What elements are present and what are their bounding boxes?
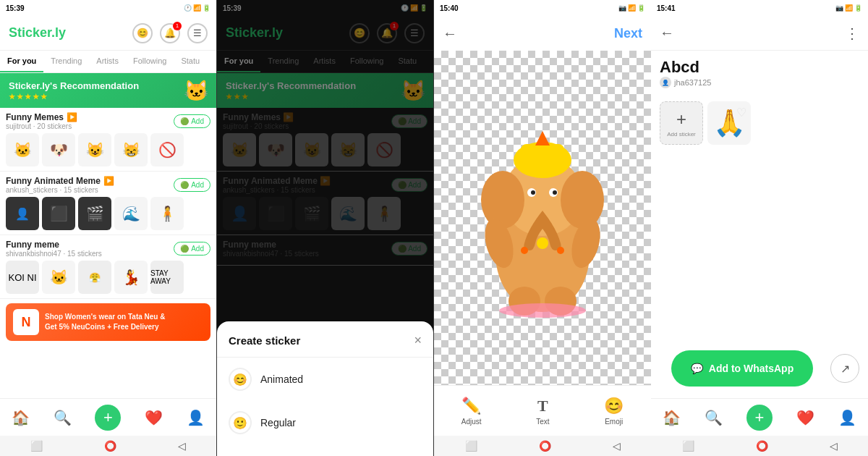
android-square-4[interactable]: ⬜ bbox=[682, 440, 694, 452]
tab-trending-1[interactable]: Trending bbox=[43, 51, 89, 72]
section-funny-meme-1: Funny meme shivankbishnoi47 · 15 sticker… bbox=[0, 235, 216, 299]
modal-header: Create sticker × bbox=[217, 333, 433, 358]
notification-badge: 1 bbox=[173, 22, 182, 30]
sticker-2-5[interactable]: 🧍 bbox=[150, 197, 184, 230]
ad-logo-1: N bbox=[13, 309, 39, 335]
panel-3: 15:40 📷 📶 🔋 ← Next bbox=[434, 0, 651, 456]
android-circle-3[interactable]: ⭕ bbox=[539, 440, 551, 452]
pack-info: Abcd 👤 jha637125 bbox=[651, 51, 868, 96]
nav-profile-4[interactable]: 👤 bbox=[838, 409, 856, 426]
adjust-label: Adjust bbox=[461, 418, 482, 426]
editor-header: ← Next bbox=[434, 16, 651, 51]
nav-profile-1[interactable]: 👤 bbox=[187, 409, 205, 426]
animated-label: Animated bbox=[260, 373, 303, 385]
more-icon[interactable]: ⋮ bbox=[845, 25, 859, 42]
text-tool[interactable]: T Text bbox=[536, 397, 549, 426]
notification-icon[interactable]: 🔔 1 bbox=[160, 23, 180, 43]
sticker-1-5[interactable]: 🚫 bbox=[150, 133, 184, 166]
adjust-icon: ✏️ bbox=[461, 397, 481, 415]
sticker-row-2: 👤 ⬛ 🎬 🌊 🧍 bbox=[6, 197, 210, 230]
grid-sticker-1[interactable]: 🙏 ♡ bbox=[707, 101, 751, 145]
nav-likes-4[interactable]: ❤️ bbox=[796, 409, 814, 426]
sticker-3-1[interactable]: KOI NI bbox=[6, 261, 39, 294]
section-header-2: Funny Animated Meme ▶️ ankush_stickers ·… bbox=[6, 176, 210, 194]
back-btn-3[interactable]: ← bbox=[443, 25, 457, 42]
bottom-nav-1: 🏠 🔍 + ❤️ 👤 bbox=[0, 398, 216, 436]
sticker-row-1: 🐱 🐶 😺 😸 🚫 bbox=[6, 133, 210, 166]
adjust-tool[interactable]: ✏️ Adjust bbox=[461, 397, 482, 426]
section-title-1: Funny Memes ▶️ bbox=[6, 112, 77, 122]
recommendation-banner-1: Sticker.ly's Recommendation ★ ★ ★ ★ ★ bbox=[0, 73, 216, 108]
android-nav-4: ⬜ ⭕ ◁ bbox=[651, 436, 868, 456]
modal-animated-item[interactable]: 😊 Animated bbox=[217, 358, 433, 401]
sticker-1-3[interactable]: 😺 bbox=[78, 133, 111, 166]
add-btn-3[interactable]: 🟢 Add bbox=[174, 242, 210, 256]
modal-regular-item[interactable]: 🙂 Regular bbox=[217, 401, 433, 444]
bottom-nav-4: 🏠 🔍 + ❤️ 👤 bbox=[651, 398, 868, 436]
sticker-2-2[interactable]: ⬛ bbox=[42, 197, 75, 230]
android-back-4[interactable]: ◁ bbox=[830, 440, 838, 452]
pack-actions: 💬 Add to WhatsApp ↗ bbox=[651, 345, 868, 392]
tab-following-1[interactable]: Following bbox=[126, 51, 174, 72]
sticker-1-4[interactable]: 😸 bbox=[114, 133, 148, 166]
android-nav-1: ⬜ ⭕ ◁ bbox=[0, 436, 216, 456]
svg-point-5 bbox=[481, 171, 524, 229]
section-title-2: Funny Animated Meme ▶️ bbox=[6, 176, 114, 186]
section-header-3: Funny meme shivankbishnoi47 · 15 sticker… bbox=[6, 240, 210, 258]
heart-icon: ♡ bbox=[736, 106, 746, 119]
ad-banner-1[interactable]: N Shop Women's wear on Tata Neu &Get 5% … bbox=[6, 303, 210, 341]
regular-icon: 🙂 bbox=[229, 411, 252, 434]
sticker-2-3[interactable]: 🎬 bbox=[78, 197, 111, 230]
share-btn[interactable]: ↗ bbox=[830, 354, 859, 383]
next-button[interactable]: Next bbox=[614, 26, 642, 41]
svg-point-6 bbox=[561, 171, 604, 229]
back-btn-4[interactable]: ← bbox=[660, 25, 674, 41]
status-icons-1: 🕐 📶 🔋 bbox=[184, 4, 210, 12]
sticker-3-5[interactable]: STAY AWAY bbox=[150, 261, 184, 294]
nav-home-1[interactable]: 🏠 bbox=[12, 409, 30, 426]
add-to-wa-label: Add to WhatsApp bbox=[709, 363, 793, 374]
add-btn-2[interactable]: 🟢 Add bbox=[174, 178, 210, 192]
android-circle-4[interactable]: ⭕ bbox=[756, 440, 768, 452]
android-nav-3: ⬜ ⭕ ◁ bbox=[434, 436, 651, 456]
status-bar-3: 15:40 📷 📶 🔋 bbox=[434, 0, 651, 16]
tab-for-you-1[interactable]: For you bbox=[0, 51, 43, 72]
nav-likes-1[interactable]: ❤️ bbox=[145, 409, 163, 426]
sticker-1-2[interactable]: 🐶 bbox=[42, 133, 75, 166]
android-back-1[interactable]: ◁ bbox=[178, 440, 186, 452]
android-back-3[interactable]: ◁ bbox=[613, 440, 621, 452]
svg-point-10 bbox=[553, 190, 557, 195]
ad-text-1: Shop Women's wear on Tata Neu &Get 5% Ne… bbox=[45, 312, 165, 332]
add-sticker-btn[interactable]: + Add sticker bbox=[660, 101, 703, 145]
sticker-3-4[interactable]: 💃 bbox=[114, 261, 148, 294]
sticker-2-4[interactable]: 🌊 bbox=[114, 197, 148, 230]
editor-toolbar: ✏️ Adjust T Text 😊 Emoji bbox=[434, 385, 651, 436]
android-square-1[interactable]: ⬜ bbox=[30, 440, 43, 452]
emoji-tool[interactable]: 😊 Emoji bbox=[604, 397, 624, 426]
text-label: Text bbox=[536, 418, 549, 426]
nav-search-4[interactable]: 🔍 bbox=[705, 409, 723, 426]
sticker-3-2[interactable]: 🐱 bbox=[42, 261, 75, 294]
nav-add-1[interactable]: + bbox=[95, 405, 121, 431]
face-icon[interactable]: 😊 bbox=[132, 23, 153, 43]
tab-artists-1[interactable]: Artists bbox=[89, 51, 126, 72]
share-icon: ↗ bbox=[841, 362, 850, 376]
add-to-whatsapp-btn[interactable]: 💬 Add to WhatsApp bbox=[671, 350, 813, 387]
menu-icon[interactable]: ☰ bbox=[187, 23, 208, 43]
android-circle-1[interactable]: ⭕ bbox=[104, 440, 116, 452]
nav-search-1[interactable]: 🔍 bbox=[54, 409, 72, 426]
sticker-grid: + Add sticker 🙏 ♡ bbox=[651, 96, 868, 345]
modal-close-btn[interactable]: × bbox=[414, 333, 422, 348]
svg-point-12 bbox=[521, 247, 528, 254]
sticker-1-1[interactable]: 🐱 bbox=[6, 133, 39, 166]
sticker-3-3[interactable]: 😤 bbox=[78, 261, 111, 294]
section-title-3: Funny meme bbox=[6, 240, 102, 250]
add-btn-1[interactable]: 🟢 Add bbox=[174, 114, 210, 128]
section-meta-3: shivankbishnoi47 · 15 stickers bbox=[6, 250, 102, 258]
nav-add-4[interactable]: + bbox=[746, 405, 773, 431]
nav-home-4[interactable]: 🏠 bbox=[663, 409, 681, 426]
tab-status-1[interactable]: Statu bbox=[174, 51, 207, 72]
sticker-2-1[interactable]: 👤 bbox=[6, 197, 39, 230]
time-3: 15:40 bbox=[440, 4, 459, 12]
android-square-3[interactable]: ⬜ bbox=[465, 440, 477, 452]
